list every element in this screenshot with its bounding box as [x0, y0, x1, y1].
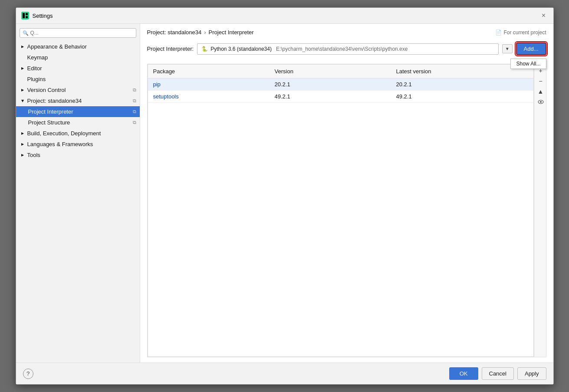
- right-panel: Project: standalone34 › Project Interpre…: [140, 24, 553, 363]
- interpreter-selected: Python 3.6 (standalone34): [210, 46, 272, 52]
- settings-dialog: Settings × 🔍 ▶ Appearance & Behavior Key…: [16, 7, 554, 385]
- interpreter-dropdown-arrow[interactable]: ▼: [502, 44, 513, 53]
- search-input[interactable]: [30, 30, 133, 36]
- upgrade-package-button[interactable]: ▲: [536, 87, 546, 96]
- breadcrumb-project: Project: standalone34: [147, 29, 202, 36]
- interpreter-row: Project Interpreter: 🐍 Python 3.6 (stand…: [147, 42, 546, 55]
- help-button[interactable]: ?: [23, 369, 33, 379]
- package-name: pip: [148, 80, 270, 88]
- package-name: setuptools: [148, 92, 270, 101]
- page-icon: 📄: [495, 29, 502, 36]
- close-button[interactable]: ×: [539, 11, 548, 20]
- sidebar-item-label: Version Control: [27, 87, 66, 93]
- sidebar-item-label: Keymap: [27, 54, 48, 61]
- sidebar-item-keymap[interactable]: Keymap: [16, 52, 140, 63]
- package-version: 20.2.1: [270, 80, 391, 88]
- bottom-bar: ? OK Cancel Apply: [16, 363, 553, 384]
- title-bar: Settings ×: [16, 8, 553, 24]
- svg-rect-2: [26, 13, 28, 15]
- main-content: 🔍 ▶ Appearance & Behavior Keymap ▶ Edito…: [16, 24, 553, 363]
- title-bar-left: Settings: [21, 12, 53, 20]
- app-icon: [21, 12, 29, 20]
- sidebar-item-project-interpreter[interactable]: Project Interpreter ⧉: [16, 106, 140, 117]
- sidebar-item-label: Project Structure: [28, 119, 70, 126]
- sidebar-item-label: Project: standalone34: [27, 98, 82, 104]
- sidebar-item-project-structure[interactable]: Project Structure ⧉: [16, 117, 140, 128]
- remove-package-button[interactable]: −: [536, 76, 546, 86]
- breadcrumb-separator: ›: [204, 29, 206, 36]
- svg-rect-0: [21, 12, 29, 20]
- expand-icon: ▶: [21, 142, 24, 146]
- sidebar-item-plugins[interactable]: Plugins: [16, 74, 140, 85]
- package-version: 49.2.1: [270, 92, 391, 101]
- interpreter-select[interactable]: 🐍 Python 3.6 (standalone34) E:\pycharm_h…: [197, 43, 498, 55]
- svg-point-5: [540, 101, 542, 103]
- packages-table-container: Package Version Latest version pip 20.2.…: [147, 64, 546, 357]
- expand-icon: ▶: [21, 153, 24, 157]
- cancel-button[interactable]: Cancel: [482, 367, 514, 380]
- expand-icon: ▶: [21, 66, 24, 70]
- copy-icon: ⧉: [133, 109, 136, 114]
- sidebar-item-version-control[interactable]: ▶ Version Control ⧉: [16, 85, 140, 95]
- expand-icon: ▶: [21, 45, 24, 49]
- sidebar-item-label: Build, Execution, Deployment: [27, 130, 101, 137]
- add-button[interactable]: Add...: [516, 42, 546, 55]
- copy-icon: ⧉: [133, 87, 136, 93]
- apply-button[interactable]: Apply: [517, 367, 546, 380]
- sidebar-item-project[interactable]: ▶ Project: standalone34 ⧉: [16, 95, 140, 106]
- for-current-label: For current project: [503, 29, 546, 36]
- search-icon: 🔍: [23, 30, 29, 36]
- expand-icon: ▶: [20, 100, 24, 102]
- interpreter-label: Project Interpreter:: [147, 46, 194, 52]
- sidebar: 🔍 ▶ Appearance & Behavior Keymap ▶ Edito…: [16, 24, 140, 363]
- eye-icon: [538, 99, 544, 105]
- eye-button[interactable]: [536, 97, 546, 107]
- bottom-buttons: OK Cancel Apply: [449, 367, 546, 380]
- table-body: pip 20.2.1 20.2.1 setuptools 49.2.1 49.2…: [148, 78, 533, 356]
- breadcrumb: Project: standalone34 › Project Interpre…: [147, 29, 546, 36]
- sidebar-item-appearance[interactable]: ▶ Appearance & Behavior: [16, 41, 140, 52]
- svg-rect-1: [23, 13, 25, 18]
- sidebar-item-label: Project Interpreter: [28, 108, 73, 115]
- svg-rect-3: [26, 16, 28, 18]
- interpreter-path: E:\pycharm_home\standalone34\venv\Script…: [276, 46, 408, 52]
- table-header: Package Version Latest version: [148, 65, 533, 78]
- sidebar-item-label: Appearance & Behavior: [27, 43, 87, 50]
- sidebar-item-label: Tools: [27, 152, 40, 158]
- sidebar-item-label: Editor: [27, 65, 42, 72]
- copy-icon: ⧉: [133, 120, 136, 125]
- col-version-header: Version: [270, 67, 391, 75]
- for-current-project: 📄 For current project: [495, 29, 546, 36]
- search-box: 🔍: [20, 28, 136, 38]
- dialog-title: Settings: [33, 13, 53, 19]
- table-actions: + − ▲: [534, 64, 546, 357]
- sidebar-item-languages[interactable]: ▶ Languages & Frameworks: [16, 139, 140, 150]
- sidebar-item-build[interactable]: ▶ Build, Execution, Deployment: [16, 128, 140, 139]
- sidebar-item-label: Languages & Frameworks: [27, 141, 93, 147]
- breadcrumb-page: Project Interpreter: [209, 29, 254, 36]
- package-latest: 49.2.1: [391, 92, 533, 101]
- package-latest: 20.2.1: [391, 80, 533, 88]
- col-package-header: Package: [148, 67, 270, 75]
- table-row[interactable]: pip 20.2.1 20.2.1: [148, 78, 533, 91]
- sidebar-item-tools[interactable]: ▶ Tools: [16, 150, 140, 160]
- sidebar-item-editor[interactable]: ▶ Editor: [16, 63, 140, 74]
- expand-icon: ▶: [21, 131, 24, 135]
- python-icon: 🐍: [201, 46, 208, 52]
- packages-table: Package Version Latest version pip 20.2.…: [148, 64, 534, 357]
- copy-icon: ⧉: [133, 98, 136, 104]
- ok-button[interactable]: OK: [449, 367, 478, 380]
- sidebar-item-label: Plugins: [27, 76, 46, 82]
- expand-icon: ▶: [21, 88, 24, 92]
- table-row[interactable]: setuptools 49.2.1 49.2.1: [148, 91, 533, 103]
- show-all-dropdown[interactable]: Show All...: [510, 59, 546, 69]
